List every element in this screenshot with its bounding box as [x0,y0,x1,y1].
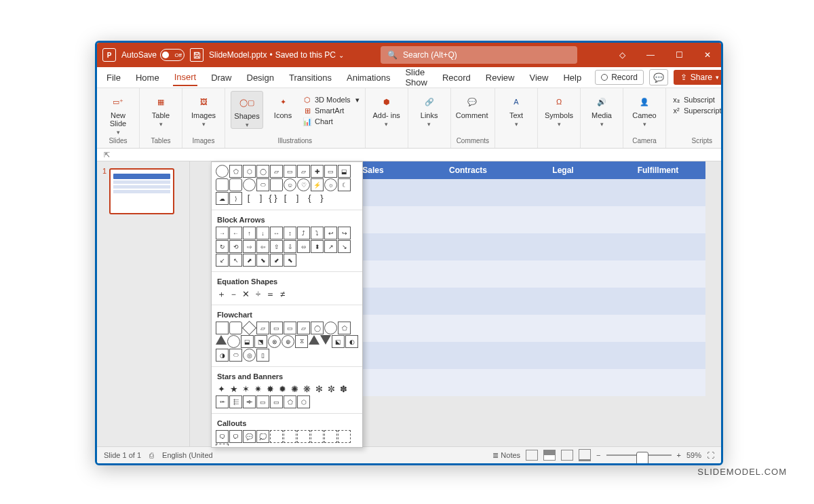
minimize-button[interactable]: — [642,47,659,63]
accessibility-icon[interactable]: ⎙ [149,451,154,459]
chart-button[interactable]: 📊Chart [303,117,360,126]
shape-item[interactable]: ☁ [216,192,229,205]
ribbon-display-icon[interactable]: ◇ [614,47,630,63]
shape-item[interactable]: ☾ [338,178,351,191]
shape-item[interactable]: → [216,227,229,239]
status-lang[interactable]: English (United [162,451,213,459]
autosave-toggle[interactable]: AutoSave Off [121,49,185,61]
shape-item[interactable]: ☺ [284,178,296,191]
shape-item[interactable]: { [304,192,315,203]
shape-item[interactable] [309,335,319,345]
sorter-view-icon[interactable] [543,450,556,461]
shape-item[interactable]: ↗ [324,240,337,253]
notes-button[interactable]: ≣ Notes [492,451,520,460]
shape-item[interactable]: ◎ [243,349,256,362]
tab-help[interactable]: Help [562,70,583,85]
shape-item[interactable]: ◐ [345,335,358,348]
shape-item[interactable]: ⬄ [297,240,310,253]
shape-item[interactable] [216,444,229,448]
shape-item[interactable]: ⬊ [256,254,269,267]
shape-item[interactable]: ▭ [284,322,296,334]
tab-view[interactable]: View [528,70,549,85]
shape-item[interactable]: ⊗ [268,335,281,348]
shape-item[interactable]: ✼ [326,383,337,395]
shape-item[interactable]: ⤴ [297,227,310,239]
addins-button[interactable]: ⬢Add- ins▾ [371,91,402,128]
shape-item[interactable] [284,430,296,443]
comment-button[interactable]: 💬Comment [457,91,488,119]
shape-item[interactable]: ▭ [270,322,283,334]
swimlane-table[interactable]: Sales Contracts Legal Fulfillment [326,161,705,396]
shape-item[interactable]: ▭ [256,395,269,408]
text-button[interactable]: AText▾ [501,91,532,128]
shape-item[interactable]: ⬓ [241,335,254,348]
comments-button[interactable]: 💬 [649,69,668,85]
shape-item[interactable]: ⬲ [243,395,256,408]
reading-view-icon[interactable] [561,450,573,461]
zoom-level[interactable]: 59% [686,451,701,459]
shape-item[interactable]: ⬠ [284,395,296,408]
3d-models-button[interactable]: ⬡3D Models ▾ [303,95,360,104]
shape-item[interactable]: 💬 [243,430,256,443]
shape-item[interactable]: [ [279,192,291,203]
shape-item[interactable]: ⇧ [270,240,283,253]
shape-item[interactable]: ❋ [301,383,313,395]
shape-item[interactable]: ↩ [324,227,337,239]
shape-item[interactable]: ⟩ [229,192,242,205]
filename[interactable]: SlideModel.pptx • Saved to this PC ⌄ [209,50,344,60]
shape-item[interactable] [338,430,351,443]
zoom-in-button[interactable]: + [677,451,681,459]
symbols-button[interactable]: ΩSymbols▾ [543,91,575,128]
tab-insert[interactable]: Insert [173,69,198,86]
shape-item[interactable]: ▯ [256,349,269,362]
shape-item[interactable]: ▱ [297,322,310,334]
shape-item[interactable]: ⬭ [229,349,242,362]
shape-item[interactable]: ▭ [270,395,283,408]
shape-item[interactable]: 🗨 [216,430,229,443]
maximize-button[interactable]: ☐ [671,47,687,63]
shape-item[interactable]: ↻ [216,240,229,253]
links-button[interactable]: 🔗Links▾ [414,91,445,128]
shape-item[interactable]: ↖ [229,254,242,267]
shape-item[interactable] [242,321,256,335]
shape-item[interactable]: ✚ [311,165,324,178]
shape-item[interactable]: ↓ [256,227,269,239]
shape-item[interactable] [216,165,229,178]
shape-item[interactable]: 🗩 [229,430,242,443]
shape-item[interactable]: ▱ [270,165,283,178]
shape-item[interactable]: ☼ [324,178,337,191]
shape-item[interactable]: ✕ [240,288,252,300]
shapes-button[interactable]: ◯▢Shapes▾ [231,91,263,129]
shape-item[interactable]: ] [255,192,267,203]
shape-item[interactable]: ✺ [289,383,301,395]
record-button[interactable]: Record [595,70,644,85]
shape-item[interactable]: ▭ [284,165,296,178]
shape-item[interactable]: ✷ [252,383,264,395]
shape-item[interactable] [270,430,283,443]
close-button[interactable]: ✕ [699,47,716,63]
shape-item[interactable] [324,430,337,443]
icons-button[interactable]: ✦Icons [267,91,298,119]
fit-to-window-icon[interactable]: ⛶ [707,451,714,459]
shape-item[interactable]: ↕ [284,227,296,239]
shape-item[interactable]: ◑ [216,349,229,362]
shape-item[interactable]: ▭ [324,165,337,178]
shape-item[interactable]: ✻ [313,383,325,395]
shape-item[interactable]: ⬡ [243,165,256,178]
table-button[interactable]: ▦Table▾ [145,91,176,128]
shape-item[interactable]: ⬈ [243,254,256,267]
shape-item[interactable] [216,335,227,345]
shape-item[interactable]: ♡ [297,178,310,191]
subscript-button[interactable]: x₂Subscript [672,95,722,104]
shape-item[interactable]: ✶ [240,383,252,395]
shape-item[interactable]: ⊕ [282,335,294,348]
shape-item[interactable]: ⬡ [297,395,310,408]
slideshow-view-icon[interactable] [579,449,591,461]
tab-record[interactable]: Record [441,70,472,85]
shape-item[interactable]: ⬓ [338,165,351,178]
shape-item[interactable] [229,178,242,191]
shape-item[interactable]: ↪ [338,227,351,239]
shape-item[interactable] [324,322,337,334]
shape-item[interactable] [227,335,240,348]
shape-item[interactable] [320,335,331,345]
